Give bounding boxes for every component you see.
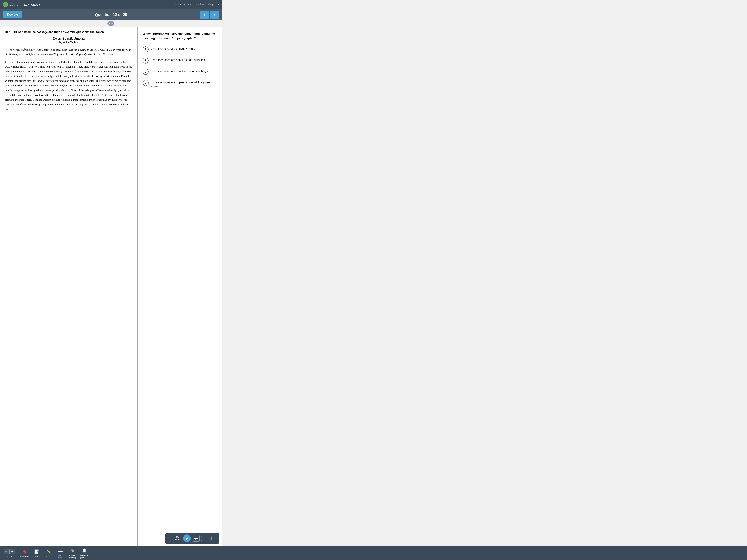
audio-menu-icon[interactable]: ☰ xyxy=(168,536,171,540)
top-bar-left: ✓ Online Version 9.0 ELA - Grade 8 xyxy=(3,2,41,7)
passage-body: 1 Early the next morning I ran out-of-do… xyxy=(5,60,132,112)
passage-title: Excerpt from My Ántonia xyxy=(5,37,132,40)
answer-option-d[interactable]: D Jim's memories are of people she will … xyxy=(143,80,217,89)
passage-author: by Willa Cather xyxy=(5,41,132,44)
top-bar: ✓ Online Version 9.0 ELA - Grade 8 Stude… xyxy=(0,0,222,9)
answer-option-b[interactable]: B Jim's memories are about outdoor activ… xyxy=(143,57,217,63)
audio-speed-select[interactable]: 1.0x 0.5x 1.5x 2.0x xyxy=(201,536,212,541)
prev-arrow-button[interactable]: ‹ xyxy=(200,11,209,19)
vertical-divider xyxy=(21,2,21,7)
question-title: Question 12 of 20 xyxy=(95,12,127,17)
online-badge: ✓ Online Version 9.0 xyxy=(3,2,18,7)
option-circle-b: B xyxy=(143,58,149,63)
nav-arrows: ‹ › xyxy=(200,11,219,19)
online-check-icon: ✓ xyxy=(3,2,8,7)
answer-option-c[interactable]: C Jim's memories are about learning new … xyxy=(143,69,217,75)
answer-option-a[interactable]: A Jim's memories are of happy times. xyxy=(143,46,217,52)
splitter-left-arrow[interactable]: « xyxy=(109,22,111,25)
review-button[interactable]: Review xyxy=(3,11,22,18)
option-text-a: Jim's memories are of happy times. xyxy=(151,46,195,51)
option-circle-d: D xyxy=(143,80,149,86)
splitter-bar: « » xyxy=(0,20,222,27)
course-label: ELA - Grade 8 xyxy=(24,3,41,6)
audio-label: PlayPassage xyxy=(173,535,181,541)
bottom-toolbar: − + zoom 🔖 bookmark 📝 note ✏️ highlight … xyxy=(0,546,222,547)
splitter-controls[interactable]: « » xyxy=(107,21,114,26)
audio-more-icon[interactable]: ⋮ xyxy=(213,536,216,540)
online-text: Online Version 9.0 xyxy=(9,2,18,7)
audio-restart-button[interactable]: ◀◀ xyxy=(192,535,200,542)
option-text-d: Jim's memories are of people she will li… xyxy=(151,80,217,89)
top-bar-right: Student Name Directions II/Sign Out xyxy=(175,3,219,6)
version-label: Version 9.0 xyxy=(9,5,18,7)
passage-panel: DIRECTIONS: Read the passage and then an… xyxy=(0,27,138,547)
nav-bar: Review Question 12 of 20 ‹ › xyxy=(0,9,222,20)
passage-directions: DIRECTIONS: Read the passage and then an… xyxy=(5,30,132,34)
splitter-right-arrow[interactable]: » xyxy=(111,22,113,25)
option-circle-a: A xyxy=(143,46,149,52)
question-panel: Which information helps the reader under… xyxy=(138,27,222,547)
audio-player: ☰ PlayPassage ▶ ◀◀ 1.0x 0.5x 1.5x 2.0x ⋮ xyxy=(165,533,219,544)
next-arrow-button[interactable]: › xyxy=(210,11,219,19)
option-text-b: Jim's memories are about outdoor activit… xyxy=(151,57,206,62)
option-text-c: Jim's memories are about learning new th… xyxy=(151,69,209,73)
passage-paragraph-1: 1 Early the next morning I ran out-of-do… xyxy=(5,60,132,112)
audio-play-button[interactable]: ▶ xyxy=(183,534,191,542)
directions-link[interactable]: Directions xyxy=(194,3,205,6)
question-text: Which information helps the reader under… xyxy=(143,31,217,41)
online-label: Online xyxy=(9,2,15,5)
option-circle-c: C xyxy=(143,69,149,75)
student-name: Student Name xyxy=(175,3,191,6)
main-content: DIRECTIONS: Read the passage and then an… xyxy=(0,27,222,547)
sign-out-button[interactable]: II/Sign Out xyxy=(207,3,219,6)
passage-intro: The novel My Ántonia by Willa Cather tak… xyxy=(5,48,132,56)
